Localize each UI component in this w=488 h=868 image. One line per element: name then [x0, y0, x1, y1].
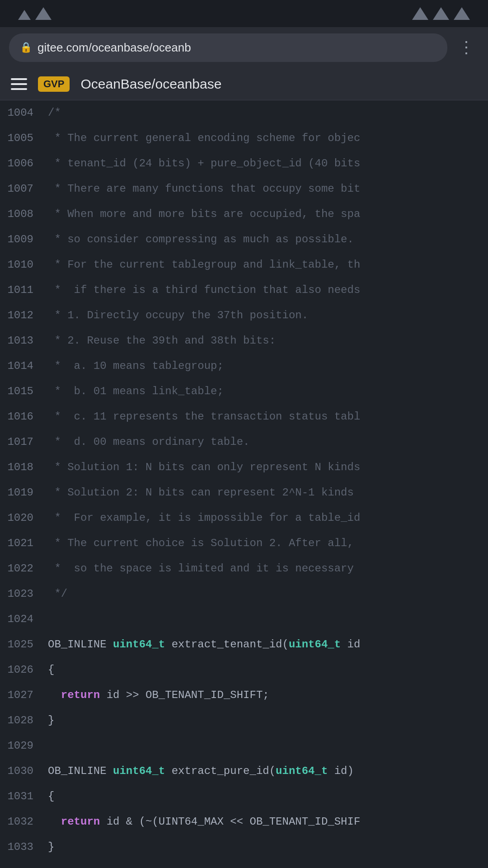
- table-row: 1007 * There are many functions that occ…: [0, 176, 488, 202]
- line-content: * d. 00 means ordinary table.: [41, 429, 254, 455]
- line-content: * Solution 1: N bits can only represent …: [41, 455, 365, 480]
- line-content: * The current choice is Solution 2. Afte…: [41, 531, 358, 556]
- line-number: 1029: [0, 733, 41, 759]
- line-content: }: [41, 835, 59, 860]
- repo-name[interactable]: OceanBase/oceanbase: [80, 76, 221, 92]
- line-content: OB_INLINE uint64_t extract_pure_id(uint6…: [41, 759, 358, 784]
- table-row: 1025OB_INLINE uint64_t extract_tenant_id…: [0, 632, 488, 657]
- line-content: return id & (~(UINT64_MAX << OB_TENANT_I…: [41, 809, 365, 835]
- line-content: [41, 607, 59, 632]
- line-number: 1031: [0, 784, 41, 809]
- signal-icon-2: [35, 7, 52, 20]
- table-row: 1013 * 2. Reuse the 39th and 38th bits:: [0, 328, 488, 354]
- line-content: * 1. Directly occupy the 37th position.: [41, 303, 313, 328]
- line-number: 1019: [0, 480, 41, 505]
- table-row: 1017 * d. 00 means ordinary table.: [0, 429, 488, 455]
- line-number: 1005: [0, 126, 41, 151]
- hamburger-menu[interactable]: [11, 78, 27, 90]
- table-row: 1005 * The current general encoding sche…: [0, 126, 488, 151]
- line-content: {: [41, 657, 59, 683]
- line-number: 1011: [0, 278, 41, 303]
- line-number: 1013: [0, 328, 41, 354]
- table-row: 1008 * When more and more bits are occup…: [0, 202, 488, 227]
- line-number: 1018: [0, 455, 41, 480]
- line-number: 1022: [0, 556, 41, 581]
- line-number: 1004: [0, 100, 41, 126]
- line-number: 1026: [0, 657, 41, 683]
- line-content: * b. 01 means link_table;: [41, 379, 228, 404]
- line-number: 1028: [0, 708, 41, 733]
- line-content: * For the current tablegroup and link_ta…: [41, 252, 365, 278]
- table-row: 1032 return id & (~(UINT64_MAX << OB_TEN…: [0, 809, 488, 835]
- table-row: 1021 * The current choice is Solution 2.…: [0, 531, 488, 556]
- browser-chrome: 🔒 gitee.com/oceanbase/oceanb ⋮: [0, 27, 488, 68]
- table-row: 1020 * For example, it is impossible for…: [0, 505, 488, 531]
- line-number: 1012: [0, 303, 41, 328]
- line-number: 1007: [0, 176, 41, 202]
- line-content: * When more and more bits are occupied, …: [41, 202, 365, 227]
- line-content: */: [41, 581, 72, 607]
- line-number: 1023: [0, 581, 41, 607]
- signal-icon-3: [412, 7, 428, 20]
- table-row: 1022 * so the space is limited and it is…: [0, 556, 488, 581]
- line-content: * For example, it is impossible for a ta…: [41, 505, 365, 531]
- line-number: 1017: [0, 429, 41, 455]
- table-row: 1016 * c. 11 represents the transaction …: [0, 404, 488, 429]
- line-content: /*: [41, 100, 66, 126]
- table-row: 1033}: [0, 835, 488, 860]
- table-row: 1019 * Solution 2: N bits can represent …: [0, 480, 488, 505]
- table-row: 1015 * b. 01 means link_table;: [0, 379, 488, 404]
- line-content: return id >> OB_TENANT_ID_SHIFT;: [41, 683, 274, 708]
- line-number: 1014: [0, 354, 41, 379]
- table-row: 1030OB_INLINE uint64_t extract_pure_id(u…: [0, 759, 488, 784]
- line-content: * a. 10 means tablegroup;: [41, 354, 228, 379]
- table-row: 1010 * For the current tablegroup and li…: [0, 252, 488, 278]
- line-content: [41, 860, 59, 868]
- table-row: 1018 * Solution 1: N bits can only repre…: [0, 455, 488, 480]
- gvp-badge: GVP: [38, 76, 70, 92]
- table-row: 1011 * if there is a third function that…: [0, 278, 488, 303]
- line-number: 1030: [0, 759, 41, 784]
- table-row: 1026{: [0, 657, 488, 683]
- address-text: gitee.com/oceanbase/oceanb: [38, 41, 191, 55]
- table-row: 1031{: [0, 784, 488, 809]
- line-number: 1034: [0, 860, 41, 868]
- line-number: 1032: [0, 809, 41, 835]
- line-content: * The current general encoding scheme fo…: [41, 126, 365, 151]
- line-number: 1033: [0, 835, 41, 860]
- line-number: 1008: [0, 202, 41, 227]
- line-content: [41, 733, 59, 759]
- table-row: 1034: [0, 860, 488, 868]
- status-bar: [0, 0, 488, 27]
- line-content: OB_INLINE uint64_t extract_tenant_id(uin…: [41, 632, 365, 657]
- status-bar-right: [412, 7, 470, 20]
- line-number: 1027: [0, 683, 41, 708]
- line-number: 1021: [0, 531, 41, 556]
- line-number: 1009: [0, 227, 41, 252]
- line-content: * 2. Reuse the 39th and 38th bits:: [41, 328, 280, 354]
- table-row: 1004/*: [0, 100, 488, 126]
- line-number: 1024: [0, 607, 41, 632]
- lock-icon: 🔒: [20, 42, 32, 54]
- table-row: 1029: [0, 733, 488, 759]
- line-number: 1016: [0, 404, 41, 429]
- line-number: 1006: [0, 151, 41, 176]
- line-content: }: [41, 708, 59, 733]
- signal-icon-1: [18, 10, 31, 20]
- line-content: * so the space is limited and it is nece…: [41, 556, 358, 581]
- table-row: 1027 return id >> OB_TENANT_ID_SHIFT;: [0, 683, 488, 708]
- table-row: 1006 * tenant_id (24 bits) + pure_object…: [0, 151, 488, 176]
- browser-menu-button[interactable]: ⋮: [454, 38, 479, 58]
- line-content: * c. 11 represents the transaction statu…: [41, 404, 365, 429]
- table-row: 1009 * so consider compressing as much a…: [0, 227, 488, 252]
- address-bar[interactable]: 🔒 gitee.com/oceanbase/oceanb: [9, 33, 447, 62]
- line-number: 1025: [0, 632, 41, 657]
- line-number: 1010: [0, 252, 41, 278]
- signal-icon-4: [433, 7, 449, 20]
- line-number: 1020: [0, 505, 41, 531]
- code-container: 1004/*1005 * The current general encodin…: [0, 100, 488, 868]
- table-row: 1024: [0, 607, 488, 632]
- table-row: 1028}: [0, 708, 488, 733]
- table-row: 1014 * a. 10 means tablegroup;: [0, 354, 488, 379]
- line-content: * Solution 2: N bits can represent 2^N-1…: [41, 480, 358, 505]
